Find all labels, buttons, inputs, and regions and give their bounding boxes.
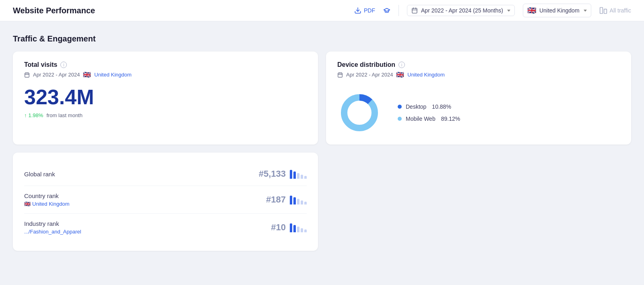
date-range-label: Apr 2022 - Apr 2024 (25 Months) xyxy=(421,7,503,14)
total-visits-card: Total visits i Apr 2022 - Apr 2024 🇬🇧 Un… xyxy=(13,52,318,145)
device-distribution-card: Device distribution i Apr 2022 - Apr 202… xyxy=(326,52,631,145)
country-rank-flag: 🇬🇧 xyxy=(24,201,31,207)
bar-5 xyxy=(304,176,307,179)
device-content: Desktop 10.88% Mobile Web 89.12% xyxy=(337,87,620,135)
total-visits-header: Total visits i xyxy=(24,61,307,68)
bar-4 xyxy=(301,175,303,179)
top-cards-row: Total visits i Apr 2022 - Apr 2024 🇬🇧 Un… xyxy=(13,52,631,145)
device-legend: Desktop 10.88% Mobile Web 89.12% xyxy=(398,103,460,122)
country-rank-label: Country rank xyxy=(24,192,70,199)
total-visits-country[interactable]: United Kingdom xyxy=(94,72,132,78)
bar-3 xyxy=(297,173,299,179)
global-rank-label-group: Global rank xyxy=(24,171,55,178)
section-title: Traffic & Engagement xyxy=(13,34,631,43)
global-rank-value: #5,133 xyxy=(259,169,286,179)
trend-up-indicator: ↑ 1.98% xyxy=(24,112,43,118)
svg-rect-5 xyxy=(600,8,603,14)
country-rank-row: Country rank 🇬🇧 United Kingdom #187 xyxy=(24,186,307,214)
bar-i-1 xyxy=(290,223,292,232)
global-rank-label: Global rank xyxy=(24,171,55,178)
uk-flag: 🇬🇧 xyxy=(527,6,536,15)
header: Website Performance PDF xyxy=(0,0,644,21)
country-filter[interactable]: 🇬🇧 United Kingdom xyxy=(523,4,591,17)
bar-c-3 xyxy=(297,199,299,204)
industry-rank-row: Industry rank .../Fashion_and_Apparel #1… xyxy=(24,214,307,241)
industry-rank-value: #10 xyxy=(271,222,286,233)
chevron-down-icon xyxy=(507,10,510,12)
traffic-icon xyxy=(599,6,607,14)
total-visits-flag: 🇬🇧 xyxy=(83,71,91,78)
donut-chart xyxy=(337,91,382,135)
industry-rank-sublabel[interactable]: .../Fashion_and_Apparel xyxy=(24,229,81,235)
svg-rect-11 xyxy=(338,73,343,77)
trend-pct: 1.98% xyxy=(29,112,43,118)
country-rank-country: United Kingdom xyxy=(32,201,70,207)
learn-button[interactable] xyxy=(383,7,390,14)
donut-center xyxy=(348,101,371,124)
svg-rect-7 xyxy=(25,73,29,77)
device-header: Device distribution i xyxy=(337,61,620,68)
country-rank-right: #187 xyxy=(266,194,307,205)
chevron-down-icon-2 xyxy=(584,10,587,12)
industry-rank-label: Industry rank xyxy=(24,220,81,227)
country-rank-label-group: Country rank 🇬🇧 United Kingdom xyxy=(24,192,70,207)
main-content: Traffic & Engagement Total visits i Apr … xyxy=(0,21,644,260)
mobile-dot xyxy=(398,117,402,121)
bar-2 xyxy=(293,171,296,179)
bar-i-3 xyxy=(297,227,299,232)
global-rank-row: Global rank #5,133 xyxy=(24,162,307,186)
mobile-label: Mobile Web xyxy=(406,116,436,122)
calendar-icon xyxy=(411,7,418,14)
device-info-icon[interactable]: i xyxy=(398,62,405,68)
bar-c-4 xyxy=(301,200,303,204)
header-divider xyxy=(398,5,399,16)
pdf-label: PDF xyxy=(364,7,375,14)
cal-icon-device xyxy=(337,72,343,78)
page-title: Website Performance xyxy=(13,6,95,15)
device-title: Device distribution xyxy=(337,61,395,68)
svg-rect-1 xyxy=(412,8,417,13)
desktop-label: Desktop xyxy=(406,103,426,110)
ranks-row: Global rank #5,133 Country rank xyxy=(13,153,631,251)
country-rank-bars xyxy=(290,195,307,204)
desktop-pct: 10.88% xyxy=(432,103,451,110)
header-controls: PDF Apr 2022 - Apr 2024 (25 Months) 🇬🇧 U… xyxy=(354,4,631,17)
country-rank-sublabel[interactable]: 🇬🇧 United Kingdom xyxy=(24,201,70,207)
bar-c-5 xyxy=(304,202,307,204)
global-rank-bars xyxy=(290,169,307,179)
graduation-icon xyxy=(383,7,390,14)
mobile-legend-item: Mobile Web 89.12% xyxy=(398,116,460,122)
all-traffic-label: All traffic xyxy=(610,7,631,14)
desktop-legend-item: Desktop 10.88% xyxy=(398,103,460,110)
ranks-card: Global rank #5,133 Country rank xyxy=(13,153,318,251)
bar-i-4 xyxy=(301,228,303,232)
bar-i-2 xyxy=(293,225,296,232)
bar-1 xyxy=(290,170,292,179)
industry-rank-bars xyxy=(290,223,307,232)
industry-rank-right: #10 xyxy=(271,222,307,233)
total-visits-trend: ↑ 1.98% from last month xyxy=(24,112,307,118)
industry-rank-label-group: Industry rank .../Fashion_and_Apparel xyxy=(24,220,81,235)
bar-c-2 xyxy=(293,197,296,204)
trend-label: from last month xyxy=(46,112,83,118)
total-visits-date: Apr 2022 - Apr 2024 xyxy=(33,72,80,78)
device-flag: 🇬🇧 xyxy=(396,71,404,78)
cal-icon-visits xyxy=(24,72,30,78)
total-visits-title: Total visits xyxy=(24,61,57,68)
total-visits-value: 323.4M xyxy=(24,87,307,107)
download-icon xyxy=(354,7,361,14)
bar-c-1 xyxy=(290,196,292,204)
all-traffic-filter[interactable]: All traffic xyxy=(599,6,631,14)
device-date: Apr 2022 - Apr 2024 xyxy=(346,72,393,78)
desktop-dot xyxy=(398,105,402,109)
country-rank-value: #187 xyxy=(266,194,286,205)
industry-rank-sub: .../Fashion_and_Apparel xyxy=(24,229,81,235)
date-range-filter[interactable]: Apr 2022 - Apr 2024 (25 Months) xyxy=(407,5,515,16)
total-visits-info-icon[interactable]: i xyxy=(60,62,67,68)
global-rank-right: #5,133 xyxy=(259,169,307,179)
device-meta: Apr 2022 - Apr 2024 🇬🇧 United Kingdom xyxy=(337,71,620,78)
device-country[interactable]: United Kingdom xyxy=(407,72,445,78)
up-arrow-icon: ↑ xyxy=(24,112,27,118)
bar-i-5 xyxy=(304,229,307,232)
pdf-button[interactable]: PDF xyxy=(354,7,375,14)
